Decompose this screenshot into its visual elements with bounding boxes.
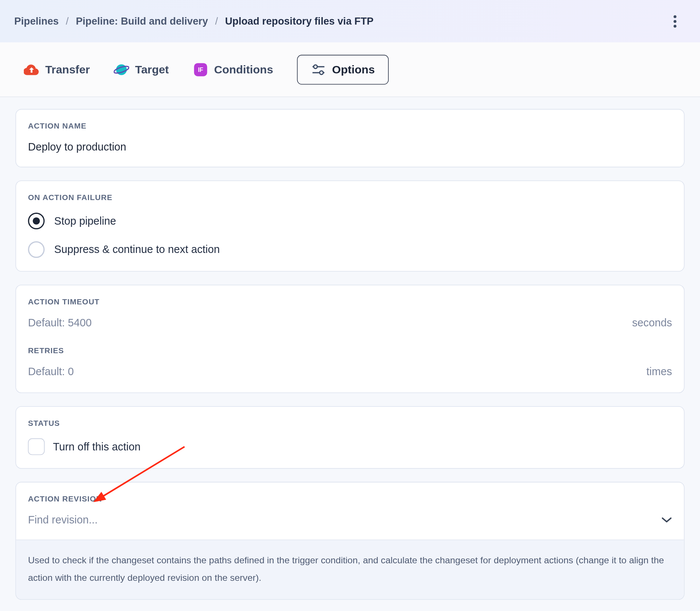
revision-card: ACTION REVISION Find revision... Used to… [16, 482, 685, 600]
svg-point-8 [314, 64, 317, 68]
timeout-label: ACTION TIMEOUT [28, 297, 672, 306]
radio-unchecked-icon [28, 241, 45, 258]
vertical-dots-icon [673, 15, 677, 28]
tab-options-label: Options [332, 63, 375, 76]
tab-target[interactable]: Target [114, 61, 169, 77]
revision-help-text: Used to check if the changeset contains … [16, 539, 684, 599]
breadcrumb-pipeline[interactable]: Pipeline: Build and delivery [76, 15, 208, 27]
sliders-icon [311, 61, 326, 77]
svg-text:IF: IF [198, 67, 203, 73]
action-name-card: ACTION NAME Deploy to production [16, 109, 685, 168]
retries-placeholder: Default: 0 [28, 366, 74, 379]
retries-input[interactable]: Default: 0 times [28, 366, 672, 379]
header-bar: Pipelines / Pipeline: Build and delivery… [0, 0, 700, 42]
if-badge-icon: IF [192, 61, 208, 77]
checkbox-unchecked-icon [28, 439, 45, 455]
timeout-unit: seconds [632, 317, 672, 329]
status-card: STATUS Turn off this action [16, 406, 685, 469]
tab-options[interactable]: Options [297, 54, 388, 84]
content-area: ACTION NAME Deploy to production ON ACTI… [0, 97, 700, 611]
status-label: STATUS [28, 419, 672, 428]
more-menu-button[interactable] [664, 10, 686, 32]
retries-unit: times [646, 366, 672, 379]
action-name-label: ACTION NAME [28, 121, 672, 130]
failure-label: ON ACTION FAILURE [28, 193, 672, 202]
svg-point-10 [319, 70, 323, 74]
revision-label: ACTION REVISION [28, 494, 672, 503]
tab-conditions[interactable]: IF Conditions [192, 61, 273, 77]
failure-stop-row[interactable]: Stop pipeline [28, 213, 672, 229]
revision-placeholder: Find revision... [28, 514, 98, 527]
tab-conditions-label: Conditions [214, 63, 273, 76]
breadcrumb-separator: / [66, 15, 69, 27]
revision-select[interactable]: Find revision... [28, 514, 672, 527]
cloud-upload-icon [24, 61, 39, 77]
failure-card: ON ACTION FAILURE Stop pipeline Suppress… [16, 180, 685, 272]
failure-suppress-label: Suppress & continue to next action [54, 243, 220, 256]
action-name-value[interactable]: Deploy to production [28, 141, 672, 154]
timeout-input[interactable]: Default: 5400 seconds [28, 317, 672, 329]
svg-point-1 [674, 20, 677, 23]
retries-label: RETRIES [28, 346, 672, 355]
planet-icon [114, 61, 129, 77]
tab-transfer-label: Transfer [45, 63, 90, 76]
failure-suppress-row[interactable]: Suppress & continue to next action [28, 241, 672, 258]
tab-target-label: Target [135, 63, 169, 76]
tab-transfer[interactable]: Transfer [24, 61, 90, 77]
breadcrumb-current: Upload repository files via FTP [225, 15, 373, 27]
timeout-placeholder: Default: 5400 [28, 317, 92, 329]
svg-point-2 [674, 25, 677, 28]
breadcrumb-separator: / [215, 15, 218, 27]
svg-point-0 [674, 15, 677, 18]
timeout-card: ACTION TIMEOUT Default: 5400 seconds RET… [16, 285, 685, 393]
chevron-down-icon [661, 514, 672, 527]
turn-off-label: Turn off this action [53, 440, 140, 453]
breadcrumb-pipelines[interactable]: Pipelines [14, 15, 58, 27]
radio-checked-icon [28, 213, 45, 229]
failure-stop-label: Stop pipeline [54, 215, 116, 227]
turn-off-row[interactable]: Turn off this action [28, 439, 672, 455]
breadcrumb: Pipelines / Pipeline: Build and delivery… [14, 15, 373, 27]
tab-bar: Transfer Target IF Conditions Options [0, 42, 700, 97]
